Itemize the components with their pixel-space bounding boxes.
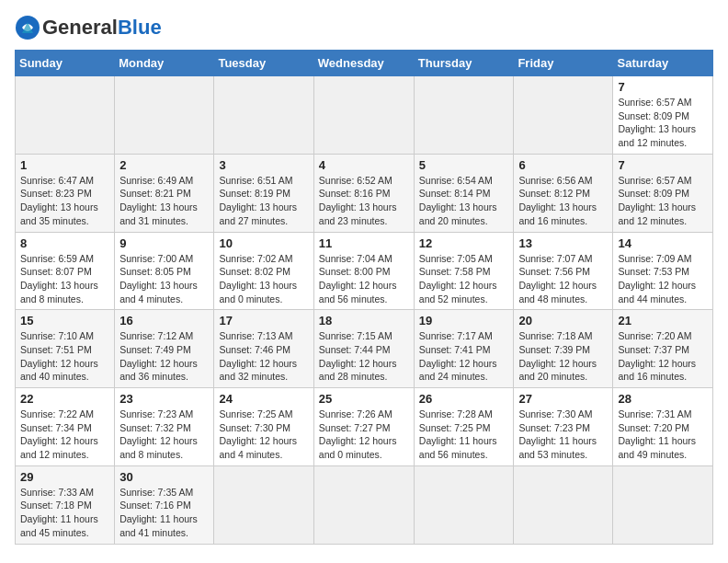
day-number: 5 [419, 158, 509, 172]
day-cell-14: 14Sunrise: 7:09 AM Sunset: 7:53 PM Dayli… [613, 232, 713, 310]
day-number: 2 [119, 158, 209, 172]
calendar-week-2: 8Sunrise: 6:59 AM Sunset: 8:07 PM Daylig… [16, 232, 713, 310]
empty-cell [313, 465, 414, 544]
day-cell-22: 22Sunrise: 7:22 AM Sunset: 7:34 PM Dayli… [16, 388, 115, 466]
day-of-week-thursday: Thursday [414, 51, 514, 76]
day-number: 7 [618, 158, 708, 172]
day-info: Sunrise: 6:59 AM Sunset: 8:07 PM Dayligh… [20, 252, 109, 306]
day-info: Sunrise: 7:17 AM Sunset: 7:41 PM Dayligh… [419, 329, 509, 384]
calendar-week-4: 22Sunrise: 7:22 AM Sunset: 7:34 PM Dayli… [16, 388, 713, 466]
day-cell-28: 28Sunrise: 7:31 AM Sunset: 7:20 PM Dayli… [613, 388, 713, 466]
day-of-week-friday: Friday [514, 51, 613, 76]
day-of-week-sunday: Sunday [16, 51, 115, 76]
day-info: Sunrise: 7:18 AM Sunset: 7:39 PM Dayligh… [518, 329, 608, 384]
day-number: 8 [20, 236, 109, 250]
empty-cell [613, 465, 713, 544]
day-cell-25: 25Sunrise: 7:26 AM Sunset: 7:27 PM Dayli… [313, 388, 414, 466]
day-info: Sunrise: 6:54 AM Sunset: 8:14 PM Dayligh… [419, 174, 509, 228]
empty-cell [214, 76, 313, 155]
empty-cell [514, 76, 613, 155]
day-info: Sunrise: 7:07 AM Sunset: 7:56 PM Dayligh… [518, 252, 608, 306]
day-info: Sunrise: 6:47 AM Sunset: 8:23 PM Dayligh… [20, 174, 109, 228]
empty-cell [115, 76, 214, 155]
day-number: 18 [319, 314, 409, 327]
logo-blue: Blue [118, 16, 162, 40]
day-number: 14 [618, 236, 708, 250]
day-cell-18: 18Sunrise: 7:15 AM Sunset: 7:44 PM Dayli… [313, 310, 414, 388]
day-number: 10 [219, 236, 308, 250]
day-number: 7 [618, 80, 708, 94]
day-cell-30: 30Sunrise: 7:35 AM Sunset: 7:16 PM Dayli… [115, 465, 214, 544]
day-info: Sunrise: 6:52 AM Sunset: 8:16 PM Dayligh… [319, 174, 409, 228]
day-cell-23: 23Sunrise: 7:23 AM Sunset: 7:32 PM Dayli… [115, 388, 214, 466]
day-info: Sunrise: 7:35 AM Sunset: 7:16 PM Dayligh… [119, 486, 209, 540]
day-cell-9: 9Sunrise: 7:00 AM Sunset: 8:05 PM Daylig… [115, 232, 214, 310]
day-number: 3 [219, 158, 308, 172]
day-info: Sunrise: 7:20 AM Sunset: 7:37 PM Dayligh… [618, 329, 708, 384]
day-info: Sunrise: 7:05 AM Sunset: 7:58 PM Dayligh… [419, 252, 509, 306]
logo: GeneralBlue [15, 15, 162, 40]
day-number: 28 [618, 392, 708, 406]
day-cell-7: 7Sunrise: 6:57 AM Sunset: 8:09 PM Daylig… [613, 154, 713, 232]
day-cell-21: 21Sunrise: 7:20 AM Sunset: 7:37 PM Dayli… [613, 310, 713, 388]
day-number: 1 [20, 158, 109, 172]
day-info: Sunrise: 7:26 AM Sunset: 7:27 PM Dayligh… [319, 408, 409, 462]
empty-cell [514, 465, 613, 544]
day-info: Sunrise: 7:23 AM Sunset: 7:32 PM Dayligh… [119, 408, 209, 462]
day-info: Sunrise: 7:02 AM Sunset: 8:02 PM Dayligh… [219, 252, 308, 306]
calendar-week-0: 7Sunrise: 6:57 AM Sunset: 8:09 PM Daylig… [16, 76, 713, 155]
empty-cell [16, 76, 115, 155]
day-number: 15 [20, 314, 109, 327]
day-cell-3: 3Sunrise: 6:51 AM Sunset: 8:19 PM Daylig… [214, 154, 313, 232]
day-info: Sunrise: 7:04 AM Sunset: 8:00 PM Dayligh… [319, 252, 409, 306]
day-cell-26: 26Sunrise: 7:28 AM Sunset: 7:25 PM Dayli… [414, 388, 514, 466]
day-cell-19: 19Sunrise: 7:17 AM Sunset: 7:41 PM Dayli… [414, 310, 514, 388]
day-cell-17: 17Sunrise: 7:13 AM Sunset: 7:46 PM Dayli… [214, 310, 313, 388]
day-info: Sunrise: 7:00 AM Sunset: 8:05 PM Dayligh… [119, 252, 209, 306]
day-info: Sunrise: 7:09 AM Sunset: 7:53 PM Dayligh… [618, 252, 708, 306]
day-number: 13 [518, 236, 608, 250]
day-number: 21 [618, 314, 708, 327]
logo-general: General [42, 16, 118, 40]
day-info: Sunrise: 7:30 AM Sunset: 7:23 PM Dayligh… [518, 408, 608, 462]
day-info: Sunrise: 6:56 AM Sunset: 8:12 PM Dayligh… [518, 174, 608, 228]
day-info: Sunrise: 7:13 AM Sunset: 7:46 PM Dayligh… [219, 329, 308, 384]
day-number: 11 [319, 236, 409, 250]
day-info: Sunrise: 7:25 AM Sunset: 7:30 PM Dayligh… [219, 408, 308, 462]
day-number: 23 [119, 392, 209, 406]
day-cell-24: 24Sunrise: 7:25 AM Sunset: 7:30 PM Dayli… [214, 388, 313, 466]
day-of-week-saturday: Saturday [613, 51, 713, 76]
day-number: 19 [419, 314, 509, 327]
day-info: Sunrise: 6:51 AM Sunset: 8:19 PM Dayligh… [219, 174, 308, 228]
day-info: Sunrise: 7:33 AM Sunset: 7:18 PM Dayligh… [20, 486, 109, 540]
day-of-week-wednesday: Wednesday [313, 51, 414, 76]
day-cell-16: 16Sunrise: 7:12 AM Sunset: 7:49 PM Dayli… [115, 310, 214, 388]
empty-cell [313, 76, 414, 155]
day-number: 25 [319, 392, 409, 406]
calendar-header-row: SundayMondayTuesdayWednesdayThursdayFrid… [16, 51, 713, 76]
day-cell-12: 12Sunrise: 7:05 AM Sunset: 7:58 PM Dayli… [414, 232, 514, 310]
day-number: 20 [518, 314, 608, 327]
day-cell-13: 13Sunrise: 7:07 AM Sunset: 7:56 PM Dayli… [514, 232, 613, 310]
day-number: 30 [119, 470, 209, 484]
empty-cell [214, 465, 313, 544]
day-info: Sunrise: 6:57 AM Sunset: 8:09 PM Dayligh… [618, 96, 708, 150]
day-number: 26 [419, 392, 509, 406]
day-cell-8: 8Sunrise: 6:59 AM Sunset: 8:07 PM Daylig… [16, 232, 115, 310]
day-number: 17 [219, 314, 308, 327]
day-info: Sunrise: 7:12 AM Sunset: 7:49 PM Dayligh… [119, 329, 209, 384]
day-number: 6 [518, 158, 608, 172]
day-info: Sunrise: 7:31 AM Sunset: 7:20 PM Dayligh… [618, 408, 708, 462]
day-info: Sunrise: 7:22 AM Sunset: 7:34 PM Dayligh… [20, 408, 109, 462]
day-of-week-monday: Monday [115, 51, 214, 76]
empty-cell [414, 465, 514, 544]
day-cell-2: 2Sunrise: 6:49 AM Sunset: 8:21 PM Daylig… [115, 154, 214, 232]
empty-cell [414, 76, 514, 155]
day-cell-20: 20Sunrise: 7:18 AM Sunset: 7:39 PM Dayli… [514, 310, 613, 388]
day-cell-15: 15Sunrise: 7:10 AM Sunset: 7:51 PM Dayli… [16, 310, 115, 388]
day-number: 27 [518, 392, 608, 406]
day-number: 12 [419, 236, 509, 250]
day-cell-27: 27Sunrise: 7:30 AM Sunset: 7:23 PM Dayli… [514, 388, 613, 466]
calendar-week-3: 15Sunrise: 7:10 AM Sunset: 7:51 PM Dayli… [16, 310, 713, 388]
day-cell-10: 10Sunrise: 7:02 AM Sunset: 8:02 PM Dayli… [214, 232, 313, 310]
